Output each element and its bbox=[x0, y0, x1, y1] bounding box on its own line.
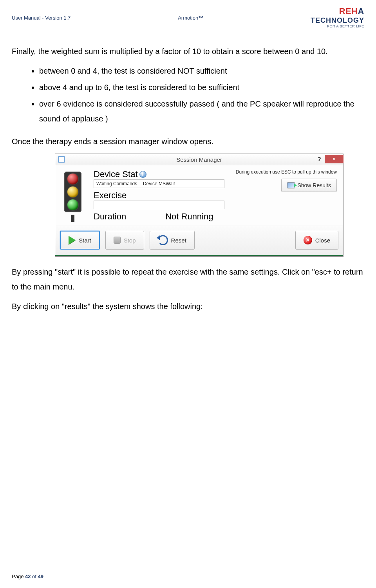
paragraph-start: By pressing "start" it is possible to re… bbox=[12, 264, 364, 294]
session-manager-window: Session Manager ? × Device Sta bbox=[55, 154, 343, 257]
traffic-light-red bbox=[67, 174, 78, 185]
score-bullets: between 0 and 4, the test is considered … bbox=[12, 63, 364, 126]
traffic-light-icon bbox=[59, 169, 87, 222]
logo-text-reha: REH bbox=[339, 6, 358, 16]
play-icon bbox=[69, 236, 76, 244]
close-label: Close bbox=[315, 237, 330, 244]
logo-text-technology: TECHNOLOGY bbox=[311, 16, 364, 24]
info-icon[interactable]: i bbox=[139, 171, 146, 178]
traffic-light-pole bbox=[71, 215, 74, 222]
duration-value: Not Running bbox=[165, 212, 213, 222]
start-button[interactable]: Start bbox=[60, 231, 100, 250]
page-total: 49 bbox=[38, 574, 43, 579]
close-button[interactable]: × Close bbox=[295, 231, 338, 250]
esc-hint: During execution use ESC to pull up this… bbox=[236, 169, 337, 175]
show-results-label: Show Results bbox=[297, 182, 331, 188]
header-left: User Manual - Version 1.7 bbox=[12, 15, 70, 21]
traffic-light-yellow bbox=[67, 186, 78, 197]
logo-tagline: FOR A BETTER LIFE bbox=[311, 24, 364, 28]
exercise-label: Exercise bbox=[94, 190, 231, 201]
page-label: Page bbox=[12, 574, 25, 579]
page-of: of bbox=[31, 574, 38, 579]
header-center: Armotion™ bbox=[70, 15, 311, 21]
stop-label: Stop bbox=[124, 237, 136, 244]
reset-label: Reset bbox=[171, 237, 186, 244]
window-titlebar: Session Manager ? × bbox=[55, 154, 343, 165]
paragraph-session: Once the therapy ends a session manager … bbox=[12, 134, 364, 149]
exercise-field bbox=[94, 201, 224, 209]
stop-icon bbox=[114, 237, 121, 244]
session-manager-footer: Start Stop Reset × Close bbox=[55, 226, 343, 256]
bullet-item: between 0 and 4, the test is considered … bbox=[39, 63, 364, 78]
show-results-button[interactable]: Show Results bbox=[281, 179, 337, 192]
page-header: User Manual - Version 1.7 Armotion™ REHA… bbox=[12, 7, 364, 28]
window-title: Session Manager bbox=[55, 156, 343, 163]
device-status-label-text: Device Stat bbox=[94, 169, 138, 179]
start-label: Start bbox=[79, 237, 91, 244]
reset-icon bbox=[158, 235, 168, 245]
logo-text-a: A bbox=[358, 6, 364, 16]
duration-label: Duration bbox=[94, 212, 126, 222]
close-x-icon: × bbox=[304, 236, 312, 244]
device-status-field: Waiting Commands- - Device MSWait bbox=[94, 179, 224, 188]
paragraph-results: By clicking on "results" the system show… bbox=[12, 299, 364, 314]
reset-button[interactable]: Reset bbox=[150, 231, 195, 250]
bullet-item: over 6 evidence is considered successful… bbox=[39, 96, 364, 126]
brand-logo: REHA TECHNOLOGY FOR A BETTER LIFE bbox=[311, 7, 364, 28]
page-number: 42 bbox=[25, 574, 31, 579]
bullet-item: above 4 and up to 6, the test is conside… bbox=[39, 80, 364, 95]
stop-button[interactable]: Stop bbox=[105, 231, 144, 250]
paragraph-intro: Finally, the weighted sum is multiplied … bbox=[12, 44, 364, 59]
traffic-light-green bbox=[67, 199, 78, 210]
page-footer: Page 42 of 49 bbox=[12, 574, 43, 579]
slide-icon bbox=[287, 182, 295, 188]
device-status-label: Device Stat i bbox=[94, 169, 231, 179]
